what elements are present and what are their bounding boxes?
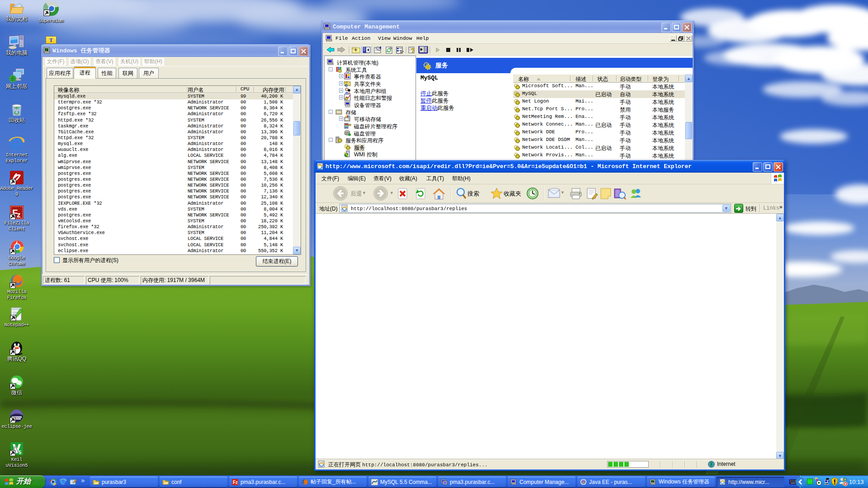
svg-text:5: 5 [19, 450, 21, 455]
svg-text:z: z [17, 211, 21, 219]
svg-text:Fz: Fz [233, 480, 238, 485]
svg-text:?: ? [411, 47, 415, 54]
